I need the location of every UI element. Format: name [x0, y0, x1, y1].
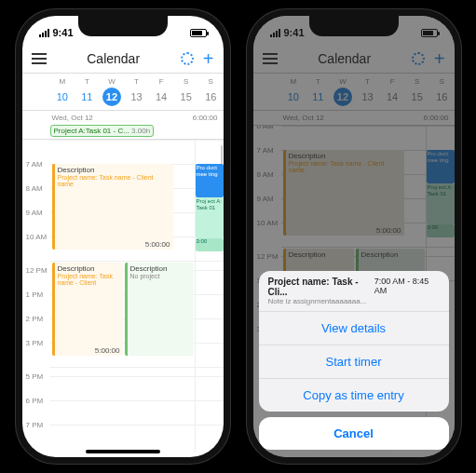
event-afternoon-2[interactable]: Description No project: [125, 263, 194, 356]
copy-time-entry-button[interactable]: Copy as time entry: [259, 379, 449, 412]
sheet-subtitle: Note iz assignmentaaaaaaa...: [268, 297, 374, 305]
allday-section: Wed, Oct 12 6:00:00 Project A:Task 01 - …: [22, 110, 224, 140]
action-sheet: Project name: Task - Cli... Note iz assi…: [259, 271, 449, 450]
event-product-meeting[interactable]: Pro duct mee ting: [196, 164, 224, 197]
home-indicator[interactable]: [86, 450, 160, 453]
menu-icon[interactable]: [32, 53, 47, 64]
signal-icon: [39, 29, 49, 37]
event-afternoon-1[interactable]: Description Project name: Task name - Cl…: [52, 263, 123, 356]
page-title: Calendar: [87, 51, 140, 66]
day-12-today[interactable]: 12: [100, 88, 125, 106]
allday-date: Wed, Oct 12: [52, 114, 93, 122]
cancel-button[interactable]: Cancel: [259, 417, 449, 450]
home-indicator[interactable]: [317, 450, 391, 453]
day-15[interactable]: 15: [173, 88, 198, 106]
day-timeline[interactable]: 7 AM 8 AM 9 AM 10 AM 12 PM 1 PM 2 PM 3 P…: [22, 140, 224, 453]
event-side-time[interactable]: 3:00: [196, 238, 224, 251]
status-time: 9:41: [53, 27, 74, 38]
week-day-labels: MTWTFSS: [22, 74, 224, 88]
day-13[interactable]: 13: [124, 88, 149, 106]
start-timer-button[interactable]: Start timer: [259, 345, 449, 379]
day-16[interactable]: 16: [198, 88, 224, 106]
week-day-numbers[interactable]: 10 11 12 13 14 15 16: [22, 88, 224, 110]
event-morning[interactable]: Description Project name: Task name - Cl…: [52, 164, 173, 250]
gear-icon[interactable]: [181, 52, 194, 65]
add-icon[interactable]: +: [203, 52, 214, 65]
allday-event[interactable]: Project A:Task 01 - C... 3.00h: [50, 125, 155, 137]
event-project-a-task[interactable]: Proj ect A: Task 01: [196, 197, 224, 238]
sheet-title: Project name: Task - Cli...: [268, 277, 374, 297]
day-10[interactable]: 10: [50, 88, 75, 106]
nav-bar: Calendar +: [22, 44, 224, 74]
allday-time: 6:00:00: [193, 114, 218, 122]
sheet-header: Project name: Task - Cli... Note iz assi…: [259, 271, 449, 312]
day-14[interactable]: 14: [149, 88, 174, 106]
battery-icon: [190, 29, 207, 37]
day-11[interactable]: 11: [75, 88, 100, 106]
view-details-button[interactable]: View details: [259, 312, 449, 345]
sheet-time: 7:00 AM - 8:45 AM: [374, 277, 440, 295]
